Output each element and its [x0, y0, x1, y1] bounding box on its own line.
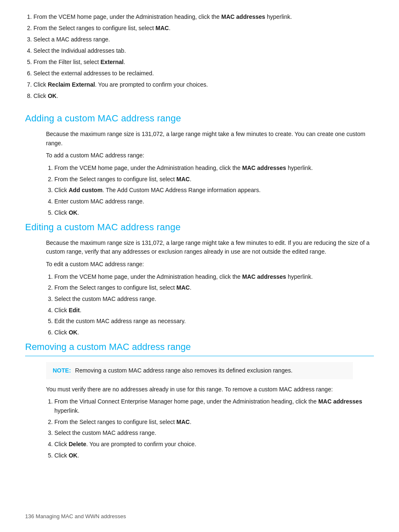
adding-step-4: Enter custom MAC address range.: [54, 197, 374, 206]
intro-step-1: From the VCEM home page, under the Admin…: [33, 13, 374, 21]
intro-step-4: Select the Individual addresses tab.: [33, 46, 374, 55]
adding-step-3: Click Add custom. The Add Custom MAC Add…: [54, 186, 374, 195]
intro-step-6: Select the external addresses to be recl…: [33, 69, 374, 78]
removing-step-4: Click Delete. You are prompted to confir…: [54, 440, 374, 449]
editing-desc1: Because the maximum range size is 131,07…: [46, 239, 374, 257]
editing-step-5: Edit the custom MAC address range as nec…: [54, 317, 374, 326]
adding-step-2: From the Select ranges to configure list…: [54, 175, 374, 184]
intro-step-3: Select a MAC address range.: [33, 35, 374, 44]
removing-body: You must verify there are no addresses a…: [25, 385, 374, 460]
adding-desc1: Because the maximum range size is 131,07…: [46, 130, 374, 148]
editing-step-6: Click OK.: [54, 328, 374, 337]
editing-body: Because the maximum range size is 131,07…: [25, 239, 374, 337]
adding-section: Adding a custom MAC address range Becaus…: [25, 113, 374, 218]
removing-desc1: You must verify there are no addresses a…: [46, 385, 374, 394]
editing-step-1: From the VCEM home page, under the Admin…: [54, 272, 374, 282]
intro-step-5: From the Filter list, select External.: [33, 58, 374, 67]
removing-heading: Removing a custom MAC address range: [25, 342, 374, 356]
removing-step-2: From the Select ranges to configure list…: [54, 418, 374, 427]
editing-heading: Editing a custom MAC address range: [25, 222, 374, 233]
editing-step-2: From the Select ranges to configure list…: [54, 283, 374, 293]
removing-steps-list: From the Virtual Connect Enterprise Mana…: [54, 397, 374, 460]
editing-step-3: Select the custom MAC address range.: [54, 295, 374, 304]
adding-steps-list: From the VCEM home page, under the Admin…: [54, 164, 374, 217]
note-text: Removing a custom MAC address range also…: [75, 366, 293, 375]
adding-body: Because the maximum range size is 131,07…: [25, 130, 374, 218]
adding-heading: Adding a custom MAC address range: [25, 113, 374, 124]
removing-step-3: Select the custom MAC address range.: [54, 429, 374, 438]
removing-step-5: Click OK.: [54, 451, 374, 460]
intro-step-8: Click OK.: [33, 92, 374, 100]
editing-section: Editing a custom MAC address range Becau…: [25, 222, 374, 337]
editing-steps-list: From the VCEM home page, under the Admin…: [54, 272, 374, 337]
editing-intro: To edit a custom MAC address range:: [46, 260, 374, 269]
intro-step-2: From the Select ranges to configure list…: [33, 24, 374, 33]
adding-intro: To add a custom MAC address range:: [46, 151, 374, 160]
note-label: NOTE:: [53, 366, 71, 375]
adding-step-5: Click OK.: [54, 208, 374, 218]
note-box: NOTE: Removing a custom MAC address rang…: [46, 362, 353, 379]
editing-step-4: Click Edit.: [54, 306, 374, 315]
removing-section: Removing a custom MAC address range NOTE…: [25, 342, 374, 460]
adding-step-1: From the VCEM home page, under the Admin…: [54, 164, 374, 173]
page-footer: 136 Managing MAC and WWN addresses: [25, 513, 126, 519]
intro-steps-list: From the VCEM home page, under the Admin…: [33, 13, 374, 100]
removing-step-1: From the Virtual Connect Enterprise Mana…: [54, 397, 374, 415]
intro-step-7: Click Reclaim External. You are prompted…: [33, 80, 374, 89]
